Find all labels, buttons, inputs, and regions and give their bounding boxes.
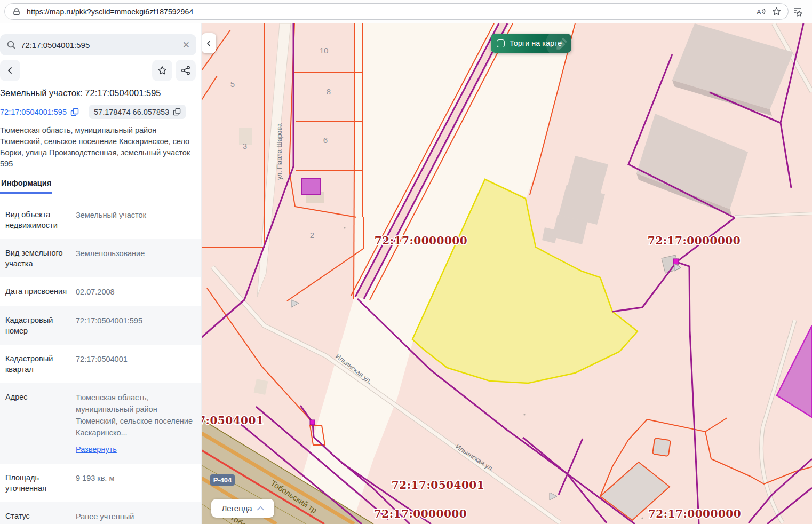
svg-text:A: A (757, 8, 761, 16)
parcel-number: 8 (327, 87, 331, 96)
collections-icon[interactable] (792, 6, 803, 17)
search-box[interactable]: ✕ (0, 34, 196, 55)
row-value: 72:17:0504001 (76, 353, 194, 375)
star-icon (157, 66, 167, 75)
row-label: Вид объекта недвижимости (5, 209, 67, 231)
legend-button[interactable]: Легенда (211, 499, 274, 518)
address-summary: Тюменская область, муниципальный район Т… (0, 125, 193, 170)
back-button[interactable] (0, 60, 20, 81)
map-canvas[interactable]: 4 (202, 23, 812, 524)
parcel-number: 5 (230, 80, 235, 89)
table-row: Вид объекта недвижимости Земельный участ… (0, 201, 201, 239)
quarter-label: 72:17:0504001 (392, 479, 484, 491)
node-marker (310, 420, 315, 425)
coords-chip[interactable]: 57.178474 66.057853 (89, 105, 186, 119)
quarter-label: 72:17:0000000 (648, 234, 741, 247)
read-aloud-icon[interactable]: A (755, 6, 766, 17)
tab-information[interactable]: Информация (0, 179, 52, 194)
street-label: ул. Павла Шарова (276, 123, 283, 180)
chevron-left-icon (6, 66, 14, 75)
url-text[interactable]: https://map.ru/pkk?ysclid=mmoekgi6zf1875… (27, 7, 751, 16)
page-title: Земельный участок: 72:17:0504001:595 (0, 88, 201, 98)
coords-value: 57.178474 66.057853 (94, 108, 169, 116)
copy-icon[interactable] (173, 108, 181, 116)
table-row: Адрес Тюменская область, муниципальный р… (0, 383, 201, 464)
row-value: Землепользование (76, 248, 194, 269)
row-value: Ранее учтенный (76, 511, 194, 522)
quarter-label: 72:17:0000000 (648, 507, 741, 520)
parcel-number: 3 (243, 141, 247, 150)
row-value: 72:17:0504001:595 (76, 315, 194, 336)
table-row: Кадастровый квартал 72:17:0504001 (0, 345, 201, 383)
parcel-number: 2 (310, 231, 314, 240)
selected-building[interactable] (301, 179, 321, 194)
row-label: Вид земельного участка (5, 248, 67, 269)
row-label: Площадь уточненная (5, 472, 67, 494)
chevron-up-icon (257, 506, 264, 511)
clear-search-icon[interactable]: ✕ (182, 41, 190, 50)
table-row: Дата присвоения 02.07.2008 (0, 277, 201, 306)
lock-icon[interactable] (11, 6, 22, 17)
share-icon (181, 66, 190, 75)
parcel-id-link[interactable]: 72:17:0504001:595 (0, 108, 67, 116)
torgi-toggle[interactable]: Торги на карте (491, 34, 571, 53)
share-button[interactable] (176, 60, 196, 81)
quarter-label: 72:17:0000000 (374, 507, 467, 520)
table-row: Кадастровый номер 72:17:0504001:595 (0, 306, 201, 345)
row-value: Земельный участок (76, 209, 194, 231)
collapse-panel-button[interactable] (202, 33, 216, 53)
info-panel: ✕ Земельный участок: 72:17:05040 (0, 23, 202, 524)
row-label: Дата присвоения (5, 286, 67, 298)
browser-chrome: https://map.ru/pkk?ysclid=mmoekgi6zf1875… (0, 0, 812, 23)
row-label: Адрес (5, 392, 67, 455)
parcel-number: 6 (323, 136, 328, 145)
quarter-label: 72:17:0000000 (375, 234, 467, 247)
row-label: Статус (5, 511, 67, 522)
torgi-label: Торги на карте (510, 39, 562, 47)
legend-label: Легенда (221, 504, 252, 513)
info-table: Вид объекта недвижимости Земельный участ… (0, 201, 201, 524)
torgi-checkbox[interactable] (497, 39, 505, 47)
row-label: Кадастровый квартал (5, 353, 67, 375)
road-badge: Р-404 (210, 474, 235, 486)
address-bar[interactable]: https://map.ru/pkk?ysclid=mmoekgi6zf1875… (4, 3, 789, 20)
quarter-label: 72:17:0504001 (202, 414, 264, 427)
expand-link[interactable]: Развернуть (76, 443, 117, 455)
row-value: Тюменская область, муниципальный район Т… (76, 392, 194, 455)
table-row: Площадь уточненная 9 193 кв. м (0, 464, 201, 502)
favorite-button[interactable] (152, 60, 172, 81)
row-value: 02.07.2008 (76, 286, 194, 298)
copy-icon[interactable] (70, 108, 79, 116)
table-row: Статус Ранее учтенный (0, 502, 201, 524)
parcel-number: 10 (320, 46, 329, 55)
address-truncated: Тюменская область, муниципальный район Т… (76, 393, 193, 437)
search-input[interactable] (21, 41, 178, 50)
table-row: Вид земельного участка Землепользование (0, 239, 201, 277)
svg-text:Р-404: Р-404 (213, 476, 232, 484)
row-label: Кадастровый номер (5, 315, 67, 336)
chevron-left-icon (205, 40, 212, 47)
search-icon (6, 40, 16, 50)
favorite-star-icon[interactable] (771, 6, 782, 17)
row-value: 9 193 кв. м (76, 472, 194, 494)
cadastral-map[interactable]: 4 (202, 23, 812, 524)
